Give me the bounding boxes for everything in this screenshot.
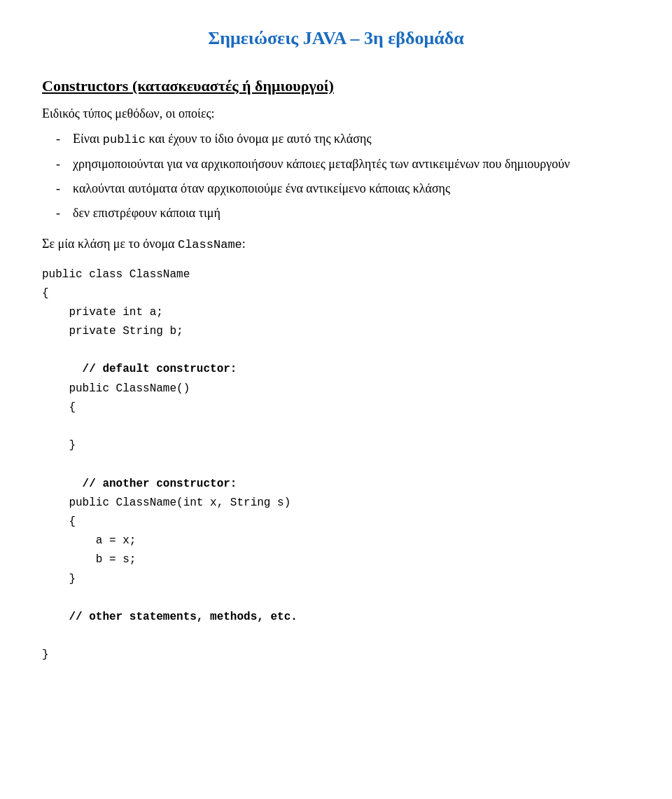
page-title: Σημειώσεις JAVA – 3η εβδομάδα (42, 28, 630, 49)
bullet-item-3: καλούνται αυτόματα όταν αρχικοποιούμε έν… (56, 179, 630, 198)
code-block: public class ClassName { private int a; … (42, 265, 630, 665)
section-heading: Constructors (κατασκευαστές ή δημιουργοί… (42, 77, 630, 95)
bullet-item-2: χρησιμοποιούνται για να αρχικοποιήσουν κ… (56, 155, 630, 174)
bullet-item-4: δεν επιστρέφουν κάποια τιμή (56, 204, 630, 223)
bullet-list: Είναι public και έχουν το ίδιο όνομα με … (42, 130, 630, 223)
class-name-intro: Σε μία κλάση με το όνομα ClassName: (42, 237, 630, 251)
intro-text: Ειδικός τύπος μεθόδων, οι οποίες: (42, 106, 630, 121)
bullet-item-1: Είναι public και έχουν το ίδιο όνομα με … (56, 130, 630, 149)
